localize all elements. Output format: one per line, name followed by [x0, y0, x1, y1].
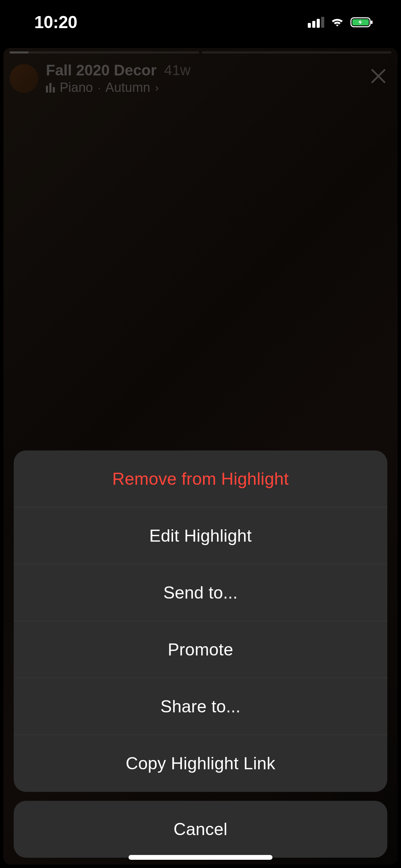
action-sheet: Remove from Highlight Edit Highlight Sen…	[14, 450, 387, 858]
cancel-button[interactable]: Cancel	[14, 801, 387, 858]
cellular-signal-icon	[308, 17, 324, 28]
edit-highlight-button[interactable]: Edit Highlight	[14, 507, 387, 564]
wifi-icon	[330, 17, 345, 28]
action-sheet-options: Remove from Highlight Edit Highlight Sen…	[14, 450, 387, 792]
svg-rect-2	[371, 21, 373, 24]
status-time: 10:20	[34, 12, 77, 32]
send-to-button[interactable]: Send to...	[14, 564, 387, 621]
remove-from-highlight-button[interactable]: Remove from Highlight	[14, 450, 387, 507]
battery-charging-icon	[350, 16, 374, 28]
home-indicator[interactable]	[129, 855, 272, 860]
copy-highlight-link-button[interactable]: Copy Highlight Link	[14, 735, 387, 792]
status-bar: 10:20	[0, 0, 401, 45]
status-icons	[308, 16, 374, 28]
share-to-button[interactable]: Share to...	[14, 678, 387, 735]
promote-button[interactable]: Promote	[14, 621, 387, 678]
